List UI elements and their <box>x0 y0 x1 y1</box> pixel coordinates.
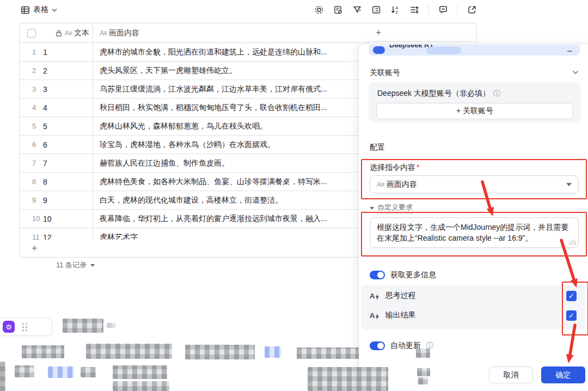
row-index: 9 <box>32 196 43 204</box>
info-icon: ⓘ <box>493 89 500 99</box>
row-index: 7 <box>32 159 43 167</box>
sort-az-icon[interactable]: A Z <box>390 5 400 15</box>
cell-content: 虎头风景区，天下第一虎雕塑雄伟屹立。 <box>93 66 237 76</box>
more-info-label: 获取更多信息 <box>390 270 436 280</box>
ai-field-config-panel: Deepseek R1 关联账号 Deepseek 大模型账号（非必填） ⓘ +… <box>358 44 588 391</box>
redacted-block <box>416 349 430 358</box>
redacted-block <box>48 366 74 378</box>
app-window: 表格 <box>0 0 588 391</box>
plugin-widget-pill[interactable]: ⚙ <box>0 318 52 335</box>
comment-icon[interactable] <box>438 5 448 15</box>
cell-content: 虎林市的城市全貌，阳光洒在街道和建筑上，远处是连绵的山脉和... <box>93 47 327 57</box>
custom-requirement-value: 根据这段文字，生成一个MidJourney的提示词，并且需要在末尾加上“Real… <box>377 223 568 242</box>
cancel-button[interactable]: 取消 <box>489 366 533 383</box>
content-column-label: 画面内容 <box>109 28 139 38</box>
cell-content: 珍宝岛，虎林湿地，各种水鸟（沙鸥）在水面嬉戏。 <box>93 140 275 150</box>
table-row[interactable]: 44秋日稻田，秋实饱满，稻穗沉甸甸地压弯了头，联合收割机在稻田... <box>20 99 369 117</box>
primary-column-header[interactable]: A≡ 文本 <box>20 23 93 42</box>
table-row[interactable]: 77赫哲族人民在江边捕鱼、制作鱼皮画。 <box>20 154 369 173</box>
primary-column-label: 文本 <box>74 28 89 38</box>
cell-text: 1 <box>43 48 47 57</box>
table-row[interactable]: 1010夜幕降临，华灯初上，从亮着灯的窗户逐渐拉远到城市夜景，融入... <box>20 210 369 228</box>
open-in-new-icon[interactable] <box>467 5 477 15</box>
table-row[interactable]: 66珍宝岛，虎林湿地，各种水鸟（沙鸥）在水面嬉戏。 <box>20 136 369 154</box>
text-field-icon: A≡ <box>100 29 107 37</box>
thinking-checkbox[interactable]: ✓ <box>566 291 577 301</box>
custom-requirement-toggle[interactable]: 自定义要求 <box>370 203 413 214</box>
account-field-label: Deepseek 大模型账号（非必填） <box>377 89 490 99</box>
ai-field-icon: A <box>370 292 379 300</box>
deepseek-logo-icon <box>373 46 385 54</box>
instruction-select[interactable]: A≡ 画面内容 <box>370 175 579 193</box>
view-label: 表格 <box>33 5 48 15</box>
linked-account-section-title: 关联账号 <box>370 68 400 78</box>
row-height-icon[interactable] <box>409 5 419 15</box>
cell-text: 9 <box>43 196 47 205</box>
plus-icon: + <box>376 28 382 38</box>
custom-requirement-textarea[interactable]: 根据这段文字，生成一个MidJourney的提示词，并且需要在末尾加上“Real… <box>370 217 579 248</box>
more-info-row: 获取更多信息 <box>370 270 436 280</box>
plugin-icon: ⚙ <box>3 321 15 333</box>
row-index: 5 <box>32 122 43 130</box>
check-icon: ✓ <box>568 311 574 320</box>
toolbar-icon-group: A Z <box>314 0 477 20</box>
select-all-checkbox[interactable] <box>27 29 36 38</box>
more-info-toggle[interactable] <box>370 271 385 279</box>
resize-handle-icon[interactable] <box>570 241 575 245</box>
cell-text: 10 <box>43 215 52 223</box>
redacted-title <box>63 319 103 333</box>
table-grid-icon <box>21 5 30 15</box>
instruction-field-label: 选择指令内容* <box>370 163 419 173</box>
text-field-icon: A≡ <box>377 181 384 188</box>
add-column-button[interactable]: + <box>368 23 477 42</box>
cell-content: 虎林特色美食，如各种大米制品、鱼宴、山珍等摆满餐桌，特写米... <box>93 177 327 187</box>
toolbar-divider <box>457 5 458 14</box>
table-row[interactable]: 22虎头风景区，天下第一虎雕塑雄伟屹立。 <box>20 62 369 80</box>
redacted-block <box>418 377 428 384</box>
cell-content: 夜幕降临，华灯初上，从亮着灯的窗户逐渐拉远到城市夜景，融入... <box>93 214 327 224</box>
redacted-block <box>113 365 167 379</box>
model-bar[interactable]: Deepseek R1 <box>369 45 580 56</box>
cell-text: 7 <box>43 159 47 168</box>
data-table: A≡ 文本 A≡ 画面内容 11虎林市的城市全貌，阳光洒在街道和建筑上，远处是连… <box>19 23 369 247</box>
filter-icon[interactable] <box>352 5 362 15</box>
linked-account-card: Deepseek 大模型账号（非必填） ⓘ + 关联账号 <box>369 82 581 123</box>
field-shortcut-icon[interactable] <box>333 5 343 15</box>
instruction-select-value: 画面内容 <box>387 180 417 190</box>
view-switcher[interactable]: 表格 <box>21 5 57 15</box>
cell-text: 5 <box>43 122 47 131</box>
cell-text: 3 <box>43 85 47 94</box>
record-count-bar[interactable]: 11 条记录 <box>56 260 95 270</box>
auto-update-toggle[interactable] <box>370 341 385 350</box>
table-row[interactable]: 55虎林山林风光，森林郁郁葱葱，鸟儿在枝头欢唱。 <box>20 117 369 136</box>
table-row[interactable]: 99白天，虎林的现代化城市建设，高楼林立，街道整洁。 <box>20 191 369 210</box>
settings-icon[interactable] <box>314 5 324 15</box>
row-index: 2 <box>32 66 43 75</box>
redacted-block <box>15 365 34 377</box>
output-checkbox[interactable]: ✓ <box>566 310 577 321</box>
collapse-chevron-icon[interactable] <box>572 70 579 75</box>
table-row[interactable]: 33乌苏里江缓缓流淌，江水波光粼粼，江边水草丰美，江对岸有俄式... <box>20 80 369 99</box>
table-row[interactable]: 11虎林市的城市全貌，阳光洒在街道和建筑上，远处是连绵的山脉和... <box>20 43 369 62</box>
group-icon[interactable] <box>371 5 381 15</box>
confirm-label: 确定 <box>556 370 571 380</box>
row-index: 1 <box>32 48 43 56</box>
redacted-block <box>417 368 430 376</box>
add-account-label: + 关联账号 <box>456 106 493 116</box>
redacted-block <box>22 345 64 358</box>
cell-content: 白天，虎林的现代化城市建设，高楼林立，街道整洁。 <box>93 196 283 205</box>
confirm-button[interactable]: 确定 <box>541 366 585 383</box>
text-field-icon: A≡ <box>65 29 72 37</box>
cell-text: 4 <box>43 103 47 112</box>
content-column-header[interactable]: A≡ 画面内容 <box>93 23 369 42</box>
add-account-button[interactable]: + 关联账号 <box>376 103 573 119</box>
model-badge <box>426 47 461 54</box>
triangle-down-icon <box>370 207 374 210</box>
drag-handle-icon[interactable] <box>22 323 24 325</box>
add-row-button[interactable]: + <box>19 240 368 258</box>
ai-field-icon: A <box>370 311 379 320</box>
plus-icon: + <box>32 243 38 253</box>
table-row[interactable]: 88虎林特色美食，如各种大米制品、鱼宴、山珍等摆满餐桌，特写米... <box>20 173 369 191</box>
row-index: 6 <box>32 140 43 149</box>
option-label: 输出结果 <box>385 310 415 320</box>
